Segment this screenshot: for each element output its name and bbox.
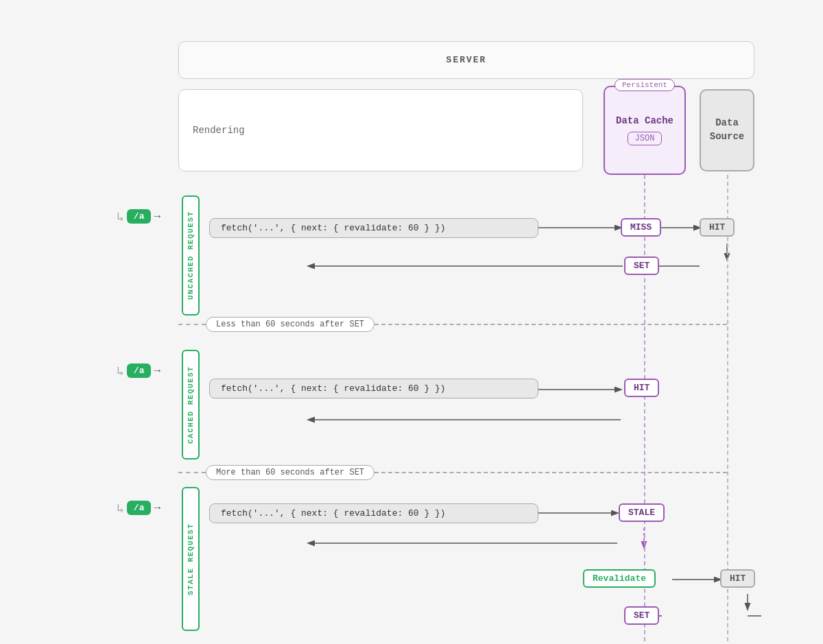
server-label: SERVER [446, 55, 487, 65]
status-set-1: SET [624, 257, 659, 275]
fetch-box-1: fetch('...', { next: { revalidate: 60 } … [209, 218, 538, 238]
status-stale: STALE [619, 503, 665, 522]
route-label-2: ↳ /a → [117, 363, 160, 379]
route-tag-3: /a [127, 501, 152, 515]
route-tag-1: /a [127, 209, 152, 224]
status-hit-2: HIT [624, 379, 659, 397]
separator-less-than: Less than 60 seconds after SET [178, 317, 727, 332]
less-than-label: Less than 60 seconds after SET [206, 317, 374, 332]
server-box: SERVER [178, 41, 754, 79]
status-hit-3: HIT [720, 569, 755, 588]
rendering-box: Rendering [178, 89, 583, 171]
route-label-1: ↳ /a → [117, 209, 160, 224]
data-source-box: DataSource [700, 89, 754, 171]
data-source-label: DataSource [710, 117, 744, 143]
status-set-2: SET [624, 606, 659, 625]
data-cache-title: Data Cache [616, 115, 673, 126]
fetch-box-2: fetch('...', { next: { revalidate: 60 } … [209, 379, 538, 398]
status-revalidate: Revalidate [583, 569, 656, 588]
route-tag-2: /a [127, 363, 152, 378]
data-cache-box: Persistent Data Cache JSON [604, 86, 686, 175]
uncached-request-label: UNCACHED REQUEST [182, 195, 200, 315]
rendering-label: Rendering [193, 125, 245, 136]
status-miss: MISS [621, 218, 661, 237]
more-than-label: More than 60 seconds after SET [206, 465, 374, 480]
cached-request-label: CACHED REQUEST [182, 350, 200, 460]
json-badge: JSON [628, 132, 663, 145]
persistent-badge: Persistent [615, 79, 675, 91]
status-hit-1: HIT [700, 218, 735, 237]
separator-more-than: More than 60 seconds after SET [178, 465, 727, 480]
diagram-container: SERVER Rendering Persistent Data Cache J… [103, 21, 720, 624]
fetch-box-3: fetch('...', { next: { revalidate: 60 } … [209, 503, 538, 523]
stale-request-label: STALE REQUEST [182, 487, 200, 631]
route-label-3: ↳ /a → [117, 501, 160, 516]
